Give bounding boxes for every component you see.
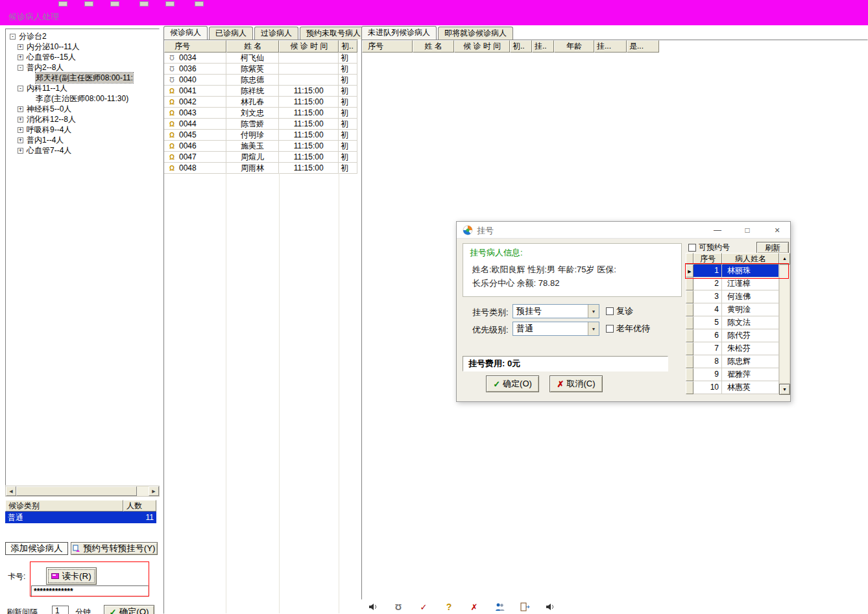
revisit-checkbox[interactable]: [606, 307, 614, 315]
toolbar-icon[interactable]: [110, 1, 119, 6]
close-icon[interactable]: ×: [769, 222, 785, 239]
expand-icon[interactable]: +: [18, 106, 23, 112]
elderly-checkbox-group: 老年优待: [606, 323, 650, 335]
toolbar-icon[interactable]: [58, 1, 67, 6]
tree-item-puni1[interactable]: + 普内1--4人: [6, 135, 159, 145]
expand-icon[interactable]: +: [18, 148, 23, 154]
expand-icon[interactable]: +: [18, 117, 23, 123]
confirm-icon[interactable]: ✓: [418, 602, 429, 612]
patient-list-scrollbar[interactable]: [779, 265, 790, 384]
stethoscope-icon[interactable]: Ʊ: [393, 602, 404, 612]
refresh-button[interactable]: 刷新: [756, 242, 789, 254]
patient-list-row[interactable]: 2 江谨樟: [686, 277, 779, 290]
speaker-icon[interactable]: [545, 602, 555, 612]
bookable-checkbox[interactable]: [688, 244, 696, 252]
collapse-icon[interactable]: -: [10, 34, 16, 40]
tab-not-in-queue[interactable]: 未进队列候诊病人: [361, 26, 437, 40]
card-number-input[interactable]: [31, 585, 149, 597]
patient-list-row[interactable]: 9 翟雅萍: [686, 368, 779, 381]
table-row[interactable]: Ω0047 周煊儿 11:15:00 初: [164, 152, 357, 163]
patient-list-row-selected[interactable]: ▶ 1 林丽珠: [686, 265, 779, 277]
dialog-titlebar[interactable]: 挂号 — □ ×: [457, 222, 790, 239]
tab-upcoming-patients[interactable]: 即将就诊候诊病人: [438, 27, 513, 40]
collapse-icon[interactable]: -: [18, 65, 23, 71]
patient-list-row[interactable]: 3 何连佛: [686, 290, 779, 303]
tree-item-cardio6[interactable]: + 心血管6--15人: [6, 52, 159, 62]
confirm-button[interactable]: ✓ 确定(O): [104, 605, 154, 614]
tree-item-doctor-zheng[interactable]: 郑天祥(副主任医师08:00-11:: [6, 73, 159, 83]
tree-item-neike11[interactable]: - 内科11--1人: [6, 83, 159, 93]
tab-passed-patients[interactable]: 过诊病人: [254, 27, 298, 40]
scroll-right-icon[interactable]: ▶: [149, 486, 159, 496]
patient-list-row[interactable]: 5 陈文法: [686, 316, 779, 329]
triage-tree-panel: - 分诊台2 + 内分泌10--11人 + 心血管6--15人 - 普内2--8…: [5, 29, 160, 486]
table-row[interactable]: Ω0045 付明珍 11:15:00 初: [164, 130, 357, 141]
chevron-down-icon[interactable]: ▼: [588, 322, 599, 335]
table-row[interactable]: Ω0048 周雨林 11:15:00 初: [164, 163, 357, 174]
tree-root[interactable]: - 分诊台2: [6, 31, 159, 41]
tab-reserved-untaken-patients[interactable]: 预约未取号病人: [300, 27, 367, 40]
refresh-interval-input[interactable]: 1: [52, 606, 69, 614]
toolbar-icon[interactable]: [139, 1, 149, 6]
speaker-icon[interactable]: [368, 602, 378, 612]
users-icon[interactable]: [494, 602, 505, 612]
table-row[interactable]: Ʊ0040 陈忠德 初: [164, 75, 357, 86]
read-card-button[interactable]: 读卡(R): [46, 567, 97, 585]
category-column-header: 候诊类别: [5, 500, 123, 512]
toolbar-icon[interactable]: [195, 1, 204, 6]
tree-item-respiratory[interactable]: + 呼吸科9--4人: [6, 124, 159, 135]
help-icon[interactable]: ?: [444, 602, 454, 612]
priority-select[interactable]: 普通 ▼: [512, 322, 599, 336]
elderly-checkbox[interactable]: [606, 325, 614, 333]
tree-item-cardio7[interactable]: + 心血管7--4人: [6, 145, 159, 156]
expand-icon[interactable]: +: [18, 54, 23, 60]
tree-horizontal-scrollbar[interactable]: ◀ ▶: [5, 486, 160, 497]
expand-icon[interactable]: +: [18, 127, 23, 133]
table-row[interactable]: Ω0044 陈雪娇 11:15:00 初: [164, 119, 357, 130]
toolbar-icon[interactable]: [165, 1, 175, 6]
category-count: 11: [123, 512, 156, 523]
reg-type-label: 挂号类别:: [472, 307, 509, 318]
table-row[interactable]: Ω0042 林孔春 11:15:00 初: [164, 97, 357, 108]
scroll-down-icon[interactable]: ▼: [779, 384, 790, 395]
reg-type-select[interactable]: 预挂号 ▼: [512, 304, 599, 318]
chevron-down-icon[interactable]: ▼: [588, 305, 599, 318]
scroll-left-icon[interactable]: ◀: [6, 486, 16, 496]
collapse-icon[interactable]: -: [18, 86, 23, 91]
logout-icon[interactable]: [520, 602, 530, 612]
tree-item-neuro[interactable]: + 神经科5--0人: [6, 104, 159, 114]
table-row[interactable]: Ω0041 陈祥统 11:15:00 初: [164, 86, 357, 97]
tree-item-puni2[interactable]: - 普内2--8人: [6, 62, 159, 73]
transfer-reservation-button[interactable]: 预约号转预挂号(Y): [71, 542, 158, 555]
cancel-button[interactable]: ✗ 取消(C): [549, 375, 603, 392]
bookable-checkbox-group: 可预约号: [688, 242, 730, 253]
table-row[interactable]: Ω0046 施美玉 11:15:00 初: [164, 141, 357, 152]
toolbar-icon[interactable]: [84, 1, 93, 6]
tree-item-endocrine[interactable]: + 内分泌10--11人: [6, 41, 159, 52]
tab-waiting-patients[interactable]: 候诊病人: [163, 26, 208, 40]
category-row-selected[interactable]: 普通 11: [5, 512, 156, 523]
cancel-icon[interactable]: ✗: [469, 602, 479, 612]
scrollbar-thumb[interactable]: [16, 486, 137, 496]
patient-list-row[interactable]: 7 朱松芬: [686, 342, 779, 355]
table-row[interactable]: Ω0043 刘文忠 11:15:00 初: [164, 108, 357, 119]
table-row[interactable]: Ʊ0036 陈紫英 初: [164, 64, 357, 75]
expand-icon[interactable]: +: [18, 44, 23, 50]
tree-item-doctor-liyan[interactable]: 李彦(主治医师08:00-11:30): [6, 93, 159, 104]
minimize-icon[interactable]: —: [710, 222, 725, 239]
tree-item-digestive[interactable]: + 消化科12--8人: [6, 114, 159, 124]
marker-column-header: [686, 253, 693, 265]
patient-list-row[interactable]: 8 陈忠辉: [686, 355, 779, 368]
patient-list-row[interactable]: 10 林惠英: [686, 381, 779, 394]
patient-list-row[interactable]: 6 陈代芬: [686, 329, 779, 342]
add-waiting-patient-button[interactable]: 添加候诊病人: [5, 542, 68, 555]
scroll-up-icon[interactable]: ▲: [779, 253, 790, 265]
maximize-icon[interactable]: □: [740, 222, 755, 239]
ok-button[interactable]: ✓ 确定(O): [486, 375, 539, 392]
expand-icon[interactable]: +: [18, 137, 23, 143]
row-marker: [686, 342, 693, 355]
col-header-patient-name: 病人姓名: [722, 253, 779, 265]
tab-seen-patients[interactable]: 已诊病人: [209, 27, 253, 40]
patient-list-row[interactable]: 4 黄明淦: [686, 303, 779, 316]
table-row[interactable]: Ʊ0034 柯飞仙 初: [164, 53, 357, 64]
